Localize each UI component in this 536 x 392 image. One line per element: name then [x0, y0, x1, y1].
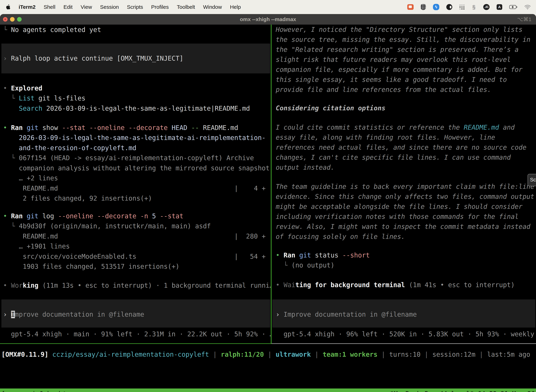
prompt-input-right: › Improve documentation in @filename — [276, 309, 417, 319]
screen-tooltip: Scre — [527, 174, 536, 186]
menu-shell[interactable]: Shell — [44, 4, 55, 10]
left-pane-bottom-border — [0, 343, 271, 344]
terminal-line: src/voice/voiceModeEnabled.ts | 54 + — [3, 252, 266, 261]
terminal-line: companion analysis without altering the … — [3, 163, 270, 173]
terminal-line: └ List git ls-files — [3, 93, 86, 103]
terminal-line: essay file, along with finding root file… — [276, 132, 495, 142]
terminal-line: └ No agents completed yet — [3, 25, 101, 35]
omx-status-segments: [OMX#0.11.9] cczip/essay/ai-reimplementa… — [1, 350, 530, 359]
terminal-line: … +1901 lines — [3, 241, 70, 251]
terminal-line: review. Also, I might want to inspect th… — [276, 222, 530, 232]
menu-iterm2[interactable]: iTerm2 — [19, 4, 36, 10]
terminal-line: • Ran git status --short — [276, 250, 370, 260]
terminal-content: └ No agents completed yet› Ralph loop ac… — [0, 25, 536, 392]
terminal-line: of focusing solely on file lines. — [276, 232, 405, 242]
terminal-line: this single essay, it seems like a good … — [276, 75, 507, 85]
terminal-line: README.md | 4 + — [3, 183, 266, 193]
app-grid-icon[interactable] — [459, 5, 464, 10]
terminal-line: companion file, especially if more comme… — [276, 65, 522, 75]
ralph-loop-banner: › Ralph loop active continue [OMX_TMUX_I… — [3, 53, 183, 63]
terminal-line: might be acceptable alongside the file l… — [276, 202, 522, 212]
terminal-line: • Ran git log --oneline --decorate -n 5 … — [3, 211, 183, 221]
terminal-line: I could cite commit statistics or refere… — [276, 122, 515, 132]
menu-items: iTerm2ShellEditViewSessionScriptsProfile… — [0, 4, 241, 10]
apple-icon[interactable] — [6, 5, 10, 10]
security-shield-icon[interactable] — [421, 4, 426, 10]
menu-profiles[interactable]: Profiles — [151, 4, 169, 10]
terminal-line: slight risk that future readers may over… — [276, 55, 511, 65]
terminal-line: Search 2026-03-09-is-legal-the-same-as-l… — [3, 103, 250, 113]
terminal-line: including verification notes with those … — [276, 212, 519, 222]
terminal-line: • Explored — [3, 83, 42, 93]
terminal-line: the "Related research writing" section i… — [276, 45, 519, 55]
input-source-icon[interactable]: A — [497, 4, 502, 10]
screen-recording-icon[interactable] — [407, 4, 414, 10]
terminal-line: └ 067f154 (HEAD -> essay/ai-reimplementa… — [3, 153, 254, 163]
desktop: iTerm2ShellEditViewSessionScriptsProfile… — [0, 0, 536, 392]
right-agent-pane[interactable]: However, I noticed the "Directory Struct… — [272, 25, 536, 344]
window-shortcut-badge: ⌥⌘1 — [517, 14, 531, 25]
moon-icon[interactable] — [446, 4, 452, 10]
window-title: omx --xhigh --madmax — [0, 14, 536, 25]
menu-window[interactable]: Window — [203, 4, 222, 10]
messenger-icon[interactable]: ϟ — [433, 4, 439, 10]
waiting-status: • Waiting for background terminal (1m 41… — [276, 280, 515, 290]
omx-status-line: [OMX#0.11.9] cczip/essay/ai-reimplementa… — [0, 350, 536, 359]
terminal-line: … +2 lines — [3, 173, 58, 183]
menu-help[interactable]: Help — [230, 4, 241, 10]
terminal-line: The team guideline is to back every impo… — [276, 182, 534, 191]
status-icons: ϟ § ..61 A — [407, 4, 536, 10]
thinking-heading: Considering citation options — [276, 103, 385, 113]
right-pane-bottom-border — [272, 343, 536, 344]
terminal-line: 2026-03-09-is-legal-the-same-as-legitima… — [3, 133, 266, 143]
terminal-line: changes, I can't cite specific file line… — [276, 152, 511, 163]
terminal-line: references need actual files, and since … — [276, 142, 526, 152]
prompt-input-left: › Improve documentation in @filename — [3, 309, 144, 319]
menu-view[interactable]: View — [81, 4, 92, 10]
terminal-line: 2 files changed, 92 insertions(+) — [3, 193, 152, 203]
window-title-bar[interactable]: omx --xhigh --madmax ⌥⌘1 — [0, 14, 536, 25]
terminal-line: README.md | 280 + — [3, 231, 266, 241]
session-stats-left: gpt-5.4 xhigh · main · 91% left · 2.31M … — [3, 329, 271, 339]
tmux-status-bar: [omx-cczip0:bash* "MacBook-Pro-44.local"… — [0, 388, 536, 392]
menu-session[interactable]: Session — [100, 4, 119, 10]
tmux-session-label[interactable]: [omx-cczip0:bash* — [1, 388, 66, 392]
terminal-line: However, I noticed the "Directory Struct… — [276, 25, 522, 35]
squiggle-icon[interactable]: § — [472, 4, 476, 10]
tmux-host-clock: "MacBook-Pro-44.local" 04:52 31-Mar-26 — [390, 388, 535, 392]
terminal-line: and-the-erosion-of-copyleft.md — [3, 143, 136, 153]
menu-edit[interactable]: Edit — [63, 4, 73, 10]
macos-menu-bar: iTerm2ShellEditViewSessionScriptsProfile… — [0, 0, 536, 14]
terminal-line: 1903 files changed, 513517 insertions(+) — [3, 261, 179, 271]
terminal-line: the source tree, missing the essay. Stil… — [276, 35, 530, 45]
session-stats-right: gpt-5.4 xhigh · 96% left · 520K in · 5.8… — [276, 329, 536, 339]
menu-toolbelt[interactable]: Toolbelt — [177, 4, 195, 10]
terminal-line: provide file and line references from th… — [276, 85, 491, 95]
wifi-icon[interactable] — [524, 5, 531, 9]
battery-icon[interactable] — [509, 5, 517, 9]
terminal-line: evidence. Since this change only affects… — [276, 191, 534, 202]
working-status: • Working (11m 13s • esc to interrupt) ·… — [3, 280, 271, 290]
terminal-line: • Ran git show --stat --oneline --decora… — [3, 123, 238, 133]
battery-percent-badge-icon[interactable]: ..61 — [483, 4, 490, 10]
terminal-line: output instead. — [276, 163, 335, 173]
menu-scripts[interactable]: Scripts — [127, 4, 143, 10]
iterm2-window: omx --xhigh --madmax ⌥⌘1 └ No agents com… — [0, 14, 536, 392]
terminal-line: └ 4b9d30f (origin/main, instructkr/main,… — [3, 221, 211, 231]
terminal-line: └ (no output) — [276, 260, 335, 270]
left-agent-pane[interactable]: └ No agents completed yet› Ralph loop ac… — [0, 25, 271, 344]
